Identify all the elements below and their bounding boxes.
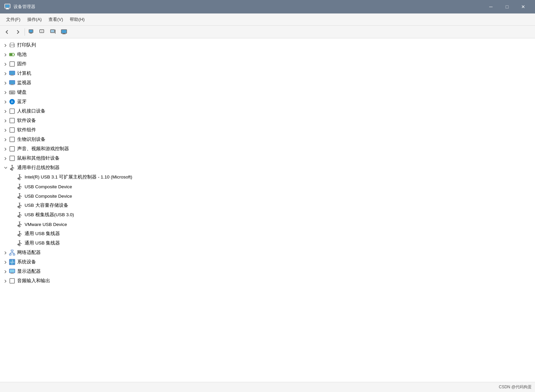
tree-item-display[interactable]: 显示适配器 <box>0 267 535 276</box>
tree-label-usb-mass-storage: USB 大容量存储设备 <box>25 202 68 208</box>
tree-toggle-monitor[interactable] <box>3 80 8 86</box>
restore-button[interactable]: □ <box>499 2 515 12</box>
tree-item-usb-hub-generic-2[interactable]: 通用 USB 集线器 <box>0 238 535 248</box>
tree-icon-bluetooth: B <box>9 98 15 105</box>
menu-action[interactable]: 操作(A) <box>24 15 45 24</box>
tree-toggle-hid[interactable] <box>3 108 8 114</box>
tree-label-monitor: 监视器 <box>17 80 31 86</box>
tree-item-battery[interactable]: 电池 <box>0 50 535 59</box>
svg-rect-28 <box>10 75 14 76</box>
tree-item-usb-intel[interactable]: Intel(R) USB 3.1 可扩展主机控制器 - 1.10 (Micros… <box>0 172 535 182</box>
tree-toggle-display[interactable] <box>3 269 8 274</box>
tree-icon-network <box>9 249 15 256</box>
tree-toggle-print-queue[interactable] <box>3 42 8 48</box>
tree-icon-battery <box>9 51 15 58</box>
tree-icon-usb-hub-generic-2 <box>16 240 23 247</box>
tree-toggle-battery[interactable] <box>3 52 8 57</box>
svg-rect-2 <box>6 8 8 9</box>
menu-file[interactable]: 文件(F) <box>3 15 24 24</box>
tree-icon-hid <box>9 108 15 115</box>
svg-point-81 <box>19 207 20 208</box>
tree-label-hid: 人机接口设备 <box>17 108 45 114</box>
tree-item-usb-hub-generic-1[interactable]: 通用 USB 集线器 <box>0 229 535 238</box>
tree-toggle-audio-io[interactable] <box>3 278 8 284</box>
tree-item-mouse[interactable]: 鼠标和其他指针设备 <box>0 154 535 163</box>
tree-item-system[interactable]: 系统设备 <box>0 257 535 267</box>
svg-rect-7 <box>30 33 32 33</box>
close-button[interactable]: ✕ <box>515 2 531 12</box>
tree-label-bluetooth: 蓝牙 <box>17 99 27 105</box>
tree-item-usb-hub-30[interactable]: USB 根集线器(USB 3.0) <box>0 210 535 220</box>
tree-toggle-audio-video[interactable] <box>3 146 8 152</box>
svg-rect-99 <box>21 234 22 234</box>
tree-item-audio-io[interactable]: 音频输入和输出 <box>0 276 535 286</box>
svg-point-67 <box>19 188 20 189</box>
tree-toggle-mouse[interactable] <box>3 156 8 161</box>
tree-item-computer[interactable]: 计算机 <box>0 69 535 78</box>
status-text: CSDN @代码狗蛋 <box>499 384 532 390</box>
device-tree[interactable]: 打印队列 电池 固件 计算机 监视器 <box>0 38 535 382</box>
tree-item-vmware-usb[interactable]: VMware USB Device <box>0 220 535 229</box>
toolbar-forward-button[interactable] <box>13 27 23 37</box>
tree-item-usb-composite-2[interactable]: USB Composite Device <box>0 191 535 201</box>
tree-toggle-biometric[interactable] <box>3 137 8 142</box>
tree-icon-system <box>9 259 15 265</box>
toolbar-update-button[interactable]: ? <box>37 27 47 37</box>
tree-toggle-network[interactable] <box>3 250 8 255</box>
tree-item-bluetooth[interactable]: B 蓝牙 <box>0 97 535 106</box>
tree-item-audio-video[interactable]: 声音、视频和游戏控制器 <box>0 144 535 154</box>
minimize-button[interactable]: ─ <box>483 2 499 12</box>
tree-item-software-component[interactable]: 软件组件 <box>0 125 535 135</box>
tree-item-firmware[interactable]: 固件 <box>0 59 535 69</box>
svg-rect-85 <box>21 215 22 216</box>
tree-item-network[interactable]: 网络适配器 <box>0 248 535 257</box>
svg-rect-106 <box>21 243 22 244</box>
tree-label-network: 网络适配器 <box>17 250 41 256</box>
window-title: 设备管理器 <box>13 4 483 10</box>
tree-toggle-computer[interactable] <box>3 71 8 76</box>
tree-item-software-device[interactable]: 软件设备 <box>0 116 535 125</box>
menu-help[interactable]: 帮助(H) <box>66 15 88 24</box>
toolbar-monitor-button[interactable] <box>59 27 69 37</box>
tree-item-biometric[interactable]: 生物识别设备 <box>0 135 535 144</box>
svg-rect-37 <box>13 92 14 92</box>
svg-rect-26 <box>10 71 14 74</box>
toolbar-show-hidden-button[interactable] <box>48 27 58 37</box>
tree-toggle-software-device[interactable] <box>3 118 8 123</box>
tree-item-print-queue[interactable]: 打印队列 <box>0 40 535 50</box>
svg-rect-42 <box>10 118 14 123</box>
tree-toggle-bluetooth[interactable] <box>3 99 8 104</box>
tree-toggle-keyboard[interactable] <box>3 90 8 95</box>
tree-item-keyboard[interactable]: 键盘 <box>0 88 535 97</box>
tree-item-usb-composite-1[interactable]: USB Composite Device <box>0 182 535 191</box>
svg-rect-19 <box>10 45 14 47</box>
toolbar-back-button[interactable] <box>2 27 12 37</box>
tree-item-hid[interactable]: 人机接口设备 <box>0 106 535 116</box>
tree-item-usb-controller[interactable]: 通用串行总线控制器 <box>0 163 535 172</box>
svg-point-88 <box>19 216 20 218</box>
svg-marker-97 <box>19 231 21 232</box>
window-controls: ─ □ ✕ <box>483 2 531 12</box>
tree-item-usb-mass-storage[interactable]: USB 大容量存储设备 <box>0 201 535 210</box>
tree-toggle-system[interactable] <box>3 259 8 265</box>
tree-toggle-usb-controller[interactable] <box>3 165 8 170</box>
tree-icon-usb-composite-2 <box>16 193 23 199</box>
tree-toggle-software-component[interactable] <box>3 127 8 133</box>
tree-label-computer: 计算机 <box>17 70 31 76</box>
svg-point-109 <box>19 244 20 246</box>
svg-point-20 <box>13 44 14 45</box>
svg-rect-43 <box>10 128 14 132</box>
tree-label-display: 显示适配器 <box>17 268 41 274</box>
tree-icon-computer <box>9 70 15 77</box>
tree-toggle-firmware[interactable] <box>3 61 8 67</box>
tree-label-keyboard: 键盘 <box>17 89 27 95</box>
svg-rect-5 <box>29 30 33 32</box>
svg-rect-125 <box>10 273 14 274</box>
svg-rect-118 <box>10 260 12 262</box>
menu-view[interactable]: 查看(V) <box>45 15 66 24</box>
tree-label-software-device: 软件设备 <box>17 118 36 124</box>
svg-rect-23 <box>10 54 12 56</box>
toolbar-properties-button[interactable] <box>27 27 37 37</box>
svg-marker-69 <box>19 193 21 194</box>
tree-item-monitor[interactable]: 监视器 <box>0 78 535 88</box>
